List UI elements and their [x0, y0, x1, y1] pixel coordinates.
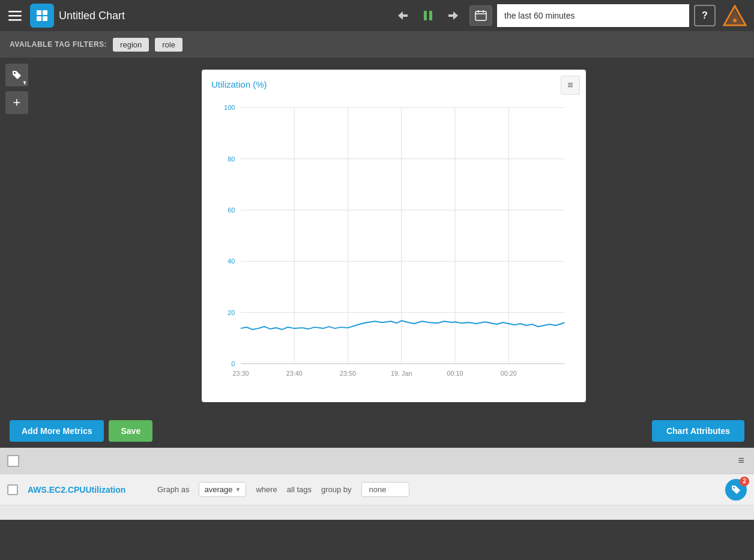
tag-panel-button[interactable]: ▼ — [5, 64, 28, 86]
svg-rect-1 — [8, 15, 22, 17]
action-bar: Add More Metrics Save Chart Attributes — [0, 414, 754, 448]
time-range-input[interactable] — [497, 4, 689, 27]
chart-box: Utilization (%) ≡ — [202, 70, 586, 402]
brand-logo — [720, 4, 749, 28]
svg-rect-9 — [429, 11, 432, 20]
svg-text:40: 40 — [228, 257, 235, 265]
chart-y-label: Utilization (%) — [211, 79, 267, 89]
chart-area: Utilization (%) ≡ — [34, 58, 754, 414]
svg-marker-10 — [448, 11, 458, 20]
select-all-checkbox[interactable] — [7, 455, 19, 467]
help-button[interactable]: ? — [694, 5, 716, 26]
svg-text:20: 20 — [228, 309, 235, 316]
svg-rect-8 — [424, 11, 427, 20]
metrics-table: ≡ AWS.EC2.CPUUtilization Graph as averag… — [0, 448, 754, 520]
tag-filters-bar: AVAILABLE TAG FILTERS: region role — [0, 31, 754, 58]
svg-rect-14 — [483, 10, 484, 13]
left-panel: ▼ + — [0, 58, 34, 414]
row-checkbox[interactable] — [7, 484, 18, 495]
nav-controls — [391, 7, 465, 25]
svg-text:19. Jan: 19. Jan — [391, 370, 412, 377]
metric-badge-button[interactable]: 2 — [725, 479, 747, 501]
add-metrics-button[interactable]: Add More Metrics — [10, 420, 104, 442]
tag-filter-role[interactable]: role — [155, 38, 182, 52]
chart-svg: 100 80 60 40 20 0 23:30 23:40 23:50 19. … — [211, 90, 576, 390]
menu-button[interactable] — [5, 5, 25, 26]
svg-rect-0 — [8, 11, 22, 13]
main-content: ▼ + Utilization (%) ≡ — [0, 58, 754, 414]
svg-marker-7 — [398, 11, 408, 20]
group-by-label: group by — [321, 485, 352, 494]
nav-forward-button[interactable] — [442, 7, 465, 25]
svg-text:00:20: 00:20 — [501, 370, 517, 377]
chart-attributes-button[interactable]: Chart Attributes — [652, 420, 744, 442]
aggregate-dropdown[interactable]: average ▼ — [199, 482, 246, 497]
chart-title: Untitled Chart — [59, 10, 387, 22]
badge-count: 2 — [740, 477, 749, 486]
svg-text:23:50: 23:50 — [340, 370, 356, 377]
all-tags-value: all tags — [287, 485, 312, 494]
dropdown-arrow-icon: ▼ — [235, 486, 241, 493]
svg-rect-13 — [478, 10, 479, 13]
svg-text:23:30: 23:30 — [233, 370, 249, 377]
svg-text:0: 0 — [231, 360, 235, 367]
svg-text:23:40: 23:40 — [286, 370, 303, 377]
svg-text:00:10: 00:10 — [447, 370, 463, 377]
chart-menu-button[interactable]: ≡ — [561, 76, 580, 95]
svg-text:60: 60 — [228, 206, 235, 214]
calendar-button[interactable] — [469, 5, 492, 26]
metric-name[interactable]: AWS.EC2.CPUUtilization — [28, 485, 148, 495]
svg-text:100: 100 — [224, 104, 235, 111]
save-button[interactable]: Save — [109, 420, 152, 442]
svg-rect-2 — [8, 19, 22, 21]
metrics-header-menu-button[interactable]: ≡ — [735, 452, 747, 469]
table-row: AWS.EC2.CPUUtilization Graph as average … — [0, 474, 754, 505]
group-by-none[interactable]: none — [361, 482, 409, 497]
svg-point-43 — [733, 487, 735, 489]
svg-rect-11 — [475, 11, 486, 20]
svg-text:80: 80 — [228, 155, 235, 163]
svg-rect-5 — [37, 16, 41, 21]
svg-point-17 — [733, 19, 737, 22]
where-label: where — [256, 485, 277, 494]
app-logo — [30, 4, 54, 28]
svg-rect-4 — [43, 10, 47, 15]
nav-back-button[interactable] — [391, 7, 414, 25]
svg-rect-6 — [43, 16, 47, 21]
tag-filters-label: AVAILABLE TAG FILTERS: — [10, 40, 107, 49]
graph-as-label: Graph as — [157, 485, 189, 494]
nav-pause-button[interactable] — [417, 7, 439, 25]
svg-point-18 — [14, 72, 16, 74]
tag-filter-region[interactable]: region — [113, 38, 149, 52]
add-panel-button[interactable]: + — [5, 91, 28, 114]
header: Untitled Chart ? — [0, 0, 754, 31]
svg-rect-3 — [37, 10, 41, 15]
metrics-header-row: ≡ — [0, 448, 754, 474]
